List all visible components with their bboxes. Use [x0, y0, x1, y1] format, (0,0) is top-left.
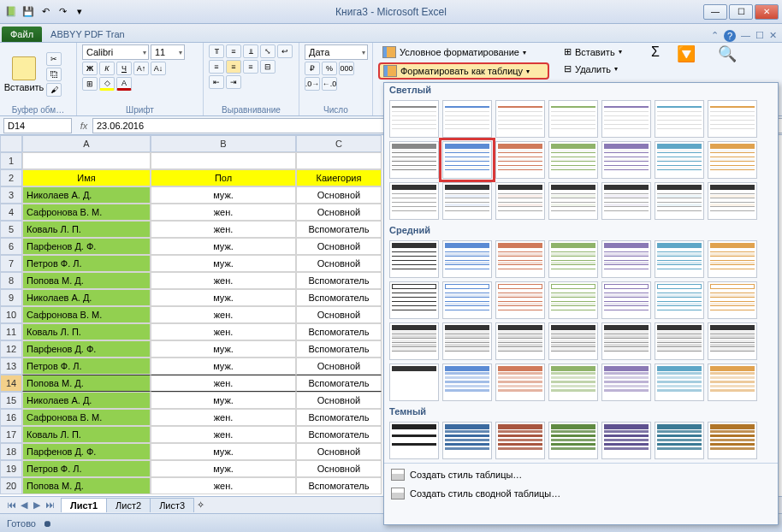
font-color-icon[interactable]: A — [116, 77, 132, 91]
table-style-thumb[interactable] — [548, 240, 598, 278]
row-header[interactable]: 8 — [0, 272, 22, 289]
comma-icon[interactable]: 000 — [339, 62, 354, 75]
table-style-thumb[interactable] — [708, 364, 757, 401]
table-style-thumb[interactable] — [601, 281, 651, 319]
table-style-thumb[interactable] — [442, 182, 492, 220]
number-format-combo[interactable]: Дата — [305, 44, 368, 60]
bold-button[interactable]: Ж — [82, 62, 98, 75]
new-sheet-icon[interactable]: ✧ — [197, 499, 204, 511]
align-bottom-icon[interactable]: ⫫ — [243, 44, 258, 58]
table-style-thumb[interactable] — [389, 364, 439, 401]
cell[interactable]: Сафронова В. М. — [22, 409, 151, 426]
cell[interactable]: Попова М. Д. — [22, 272, 151, 289]
table-style-thumb[interactable] — [389, 422, 439, 459]
table-style-thumb[interactable] — [601, 240, 651, 278]
table-style-thumb[interactable] — [442, 364, 492, 401]
row-header[interactable]: 3 — [0, 186, 22, 204]
cell[interactable]: Основной — [296, 460, 382, 477]
cell[interactable]: муж. — [151, 255, 296, 272]
increase-decimal-icon[interactable]: .0→ — [305, 77, 320, 91]
cell[interactable]: Имя — [22, 169, 151, 186]
cell[interactable]: жен. — [151, 426, 296, 443]
shrink-font-icon[interactable]: A↓ — [151, 62, 166, 75]
cell[interactable]: жен. — [151, 221, 296, 238]
cell[interactable]: Николаев А. Д. — [22, 392, 151, 409]
table-style-thumb[interactable] — [495, 182, 545, 220]
font-size-combo[interactable]: 11 — [151, 44, 185, 60]
cell[interactable]: Вспомогатель — [296, 323, 382, 340]
conditional-formatting-button[interactable]: Условное форматирование — [378, 44, 549, 60]
italic-button[interactable]: К — [99, 62, 115, 75]
cell[interactable]: Основной — [296, 255, 382, 272]
cell[interactable]: Основной — [296, 238, 382, 255]
table-style-thumb[interactable] — [708, 281, 757, 319]
wrap-text-icon[interactable]: ↩ — [277, 44, 293, 58]
table-style-thumb[interactable] — [495, 240, 545, 278]
cell[interactable]: жен. — [151, 323, 296, 340]
row-header[interactable]: 5 — [0, 221, 22, 238]
table-style-thumb[interactable] — [495, 422, 545, 459]
currency-icon[interactable]: ₽ — [305, 62, 320, 75]
row-header[interactable]: 10 — [0, 306, 22, 323]
row-header[interactable]: 7 — [0, 255, 22, 272]
cell[interactable]: Попова М. Д. — [22, 375, 151, 392]
table-style-thumb[interactable] — [655, 240, 704, 278]
table-style-thumb[interactable] — [548, 322, 598, 360]
cell[interactable]: жен. — [151, 306, 296, 323]
sheet-tab[interactable]: Лист1 — [61, 498, 107, 512]
insert-cells-button[interactable]: ⊞ Вставить — [560, 44, 626, 59]
table-style-thumb[interactable] — [548, 182, 598, 220]
row-header[interactable]: 15 — [0, 392, 22, 409]
name-box[interactable]: D14 — [3, 118, 72, 133]
sheet-nav-prev-icon[interactable]: ◀ — [18, 499, 30, 511]
decrease-decimal-icon[interactable]: ←.0 — [322, 77, 337, 91]
row-header[interactable]: 14 — [0, 375, 22, 392]
redo-icon[interactable]: ↷ — [55, 4, 70, 20]
sheet-nav-next-icon[interactable]: ▶ — [31, 499, 43, 511]
table-style-thumb[interactable] — [548, 422, 598, 459]
table-style-thumb[interactable] — [708, 240, 757, 278]
qat-dropdown-icon[interactable]: ▾ — [72, 4, 87, 20]
cell[interactable]: муж. — [151, 340, 296, 358]
cell[interactable]: муж. — [151, 358, 296, 375]
table-style-thumb[interactable] — [389, 182, 439, 220]
row-header[interactable]: 20 — [0, 477, 22, 494]
cell[interactable]: муж. — [151, 392, 296, 409]
row-header[interactable]: 1 — [0, 152, 22, 169]
cell[interactable]: Вспомогатель — [296, 477, 382, 494]
cell[interactable]: Коваль Л. П. — [22, 426, 151, 443]
decrease-indent-icon[interactable]: ⇤ — [209, 75, 224, 89]
table-style-thumb[interactable] — [708, 100, 757, 138]
cell[interactable]: жен. — [151, 272, 296, 289]
sort-filter-button[interactable]: 🔽 — [667, 44, 705, 63]
align-middle-icon[interactable]: ≡ — [226, 44, 241, 58]
cell[interactable]: жен. — [151, 477, 296, 494]
cell[interactable]: Коваль Л. П. — [22, 221, 151, 238]
table-style-thumb[interactable] — [389, 322, 439, 360]
row-header[interactable]: 18 — [0, 443, 22, 460]
table-style-thumb[interactable] — [495, 322, 545, 360]
table-style-thumb[interactable] — [442, 281, 492, 319]
increase-indent-icon[interactable]: ⇥ — [226, 75, 241, 89]
copy-icon[interactable]: ⿻ — [46, 68, 62, 81]
table-style-thumb[interactable] — [655, 322, 704, 360]
cell[interactable]: жен. — [151, 204, 296, 221]
cell[interactable]: Основной — [296, 204, 382, 221]
column-header[interactable]: A — [22, 135, 151, 152]
doc-minimize-icon[interactable]: — — [741, 30, 750, 42]
merge-icon[interactable]: ⊟ — [260, 60, 275, 74]
row-header[interactable]: 4 — [0, 204, 22, 221]
row-header[interactable]: 12 — [0, 340, 22, 358]
table-style-thumb[interactable] — [601, 322, 651, 360]
fx-icon[interactable]: fx — [75, 121, 92, 131]
new-pivot-style-button[interactable]: Создать стиль сводной таблицы… — [389, 486, 773, 501]
cell[interactable]: Попова М. Д. — [22, 477, 151, 494]
font-name-combo[interactable]: Calibri — [82, 44, 149, 60]
cell[interactable] — [296, 152, 382, 169]
table-style-thumb[interactable] — [601, 364, 651, 401]
cut-icon[interactable]: ✂ — [46, 52, 62, 66]
doc-close-icon[interactable]: ✕ — [769, 30, 777, 42]
sheet-tab[interactable]: Лист3 — [150, 498, 194, 512]
cell[interactable]: Вспомогатель — [296, 221, 382, 238]
paste-button[interactable]: Вставить — [5, 44, 43, 103]
